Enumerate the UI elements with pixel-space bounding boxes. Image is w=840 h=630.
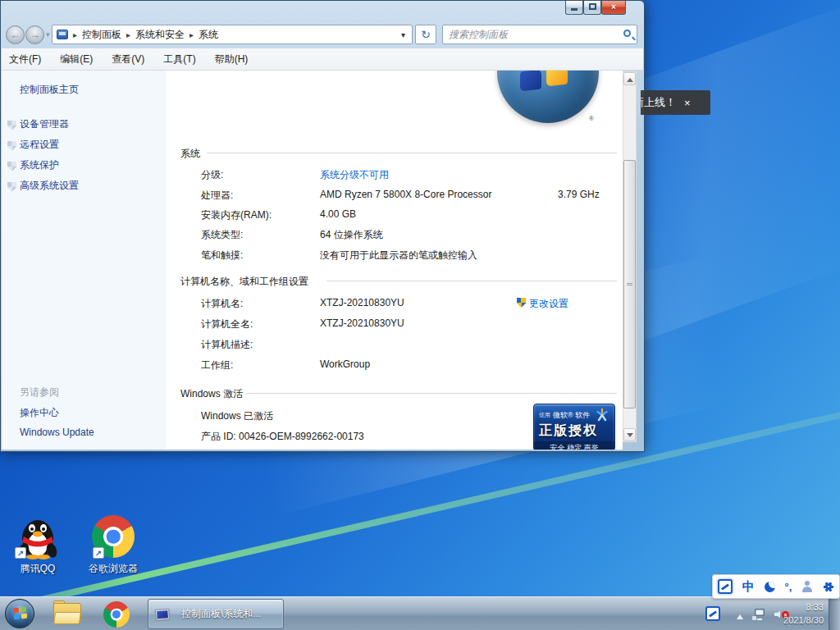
close-button[interactable]: × [601, 1, 626, 15]
shield-icon [7, 162, 16, 171]
refresh-icon: ↻ [421, 28, 431, 41]
menu-tools[interactable]: 工具(T) [156, 52, 207, 66]
menu-bar: 文件(F) 编辑(E) 查看(V) 工具(T) 帮助(H) [2, 48, 643, 71]
recent-pages-dropdown[interactable]: ▾ [46, 30, 50, 39]
menu-file[interactable]: 文件(F) [2, 52, 52, 66]
processor-value: AMD Ryzen 7 5800X 8-Core Processor [320, 189, 491, 200]
breadcrumb-item-control-panel[interactable]: 控制面板 [77, 28, 126, 42]
change-settings-link[interactable]: 更改设置 [529, 297, 568, 311]
desktop: W ▶ × ← → ▾ ▸ 控制面板 ▸ 系统和安全 ▸ 系统 ▾ ↻ 搜索控制… [0, 0, 840, 630]
uac-shield-icon [517, 298, 526, 308]
shortcut-arrow-icon: ↗ [15, 547, 26, 559]
minimize-button[interactable] [565, 1, 583, 15]
menu-view[interactable]: 查看(V) [104, 52, 156, 66]
back-icon: ← [10, 29, 21, 41]
start-button[interactable] [5, 599, 34, 628]
badge-title: 正版授权 [534, 422, 614, 440]
row-label-system-type: 系统类型: [201, 228, 243, 242]
sidebar-item-action-center[interactable]: 操作中心 [20, 406, 59, 420]
badge-pre: 使用 [539, 411, 550, 419]
search-icon [623, 30, 631, 37]
full-name-value: XTZJ-20210830YU [320, 317, 404, 329]
genuine-star-icon [595, 408, 609, 422]
activation-status: Windows 已激活 [201, 409, 273, 423]
computer-name-value: XTZJ-20210830YU [320, 297, 404, 308]
breadcrumb: ▸ 控制面板 ▸ 系统和安全 ▸ 系统 ▾ [52, 25, 413, 44]
see-also-header: 另请参阅 [20, 386, 59, 399]
system-content-pane: ® 系统 分级: 系统分级不可用 处理器: AMD Ryzen 7 5800X … [166, 71, 623, 450]
row-label-ram: 安装内存(RAM): [201, 208, 272, 222]
row-label-computer-name: 计算机名: [201, 297, 243, 311]
toast-text: 新上线！ [641, 95, 676, 110]
explorer-folder-icon [53, 603, 81, 624]
desktop-icon-label: 腾讯QQ [0, 562, 75, 576]
divider [207, 153, 617, 153]
genuine-software-badge[interactable]: 使用 微软® 软件 正版授权 安全 稳定 声誉 [533, 404, 615, 450]
divider [326, 281, 617, 281]
sidebar-item-system-protection[interactable]: 系统保护 [20, 158, 59, 172]
desktop-icon-qq[interactable]: ↗ 腾讯QQ [0, 512, 75, 576]
breadcrumb-item-system[interactable]: 系统 [194, 28, 223, 42]
language-bar: 中 °, [712, 574, 840, 599]
pen-touch-value: 没有可用于此显示器的笔或触控输入 [320, 249, 477, 262]
taskbar-clock[interactable]: 8:33 2021/8/30 [783, 600, 824, 627]
network-icon[interactable] [753, 609, 766, 620]
chrome-icon [103, 601, 130, 628]
minimize-icon [571, 8, 578, 11]
workgroup-value: WorkGroup [320, 358, 370, 370]
registered-mark: ® [589, 115, 594, 122]
search-input[interactable]: 搜索控制面板 [442, 25, 637, 44]
menu-edit[interactable]: 编辑(E) [52, 52, 104, 66]
row-label-processor: 处理器: [201, 189, 233, 203]
row-label-rating: 分级: [201, 168, 223, 182]
section-title-computer-name: 计算机名称、域和工作组设置 [180, 275, 308, 289]
ram-value: 4.00 GB [320, 208, 356, 220]
desktop-icon-chrome[interactable]: ↗ 谷歌浏览器 [75, 515, 151, 576]
sidebar-item-advanced-settings[interactable]: 高级系统设置 [20, 179, 79, 193]
tray-ime-icon[interactable] [705, 606, 720, 621]
clock-time: 8:33 [783, 600, 824, 614]
scroll-down-button[interactable] [623, 428, 636, 441]
row-label-description: 计算机描述: [201, 338, 253, 352]
show-hidden-icons-button[interactable] [737, 611, 743, 619]
rating-unavailable-link[interactable]: 系统分级不可用 [320, 168, 389, 182]
ime-logo-icon[interactable] [718, 579, 733, 594]
shortcut-arrow-icon: ↗ [93, 547, 104, 559]
shield-icon [7, 141, 16, 151]
sidebar-item-control-panel-home[interactable]: 控制面板主页 [20, 83, 79, 97]
back-button[interactable]: ← [6, 25, 25, 44]
shield-icon [7, 121, 16, 130]
taskbar-item-control-panel[interactable]: 控制面板\系统和... [148, 599, 284, 629]
taskbar-item-chrome[interactable] [97, 599, 136, 629]
processor-speed: 3.79 GHz [558, 189, 600, 200]
sidebar: 控制面板主页 设备管理器 远程设置 系统保护 高级系统设置 另请参阅 操作中心 … [2, 71, 166, 450]
product-id: 产品 ID: 00426-OEM-8992662-00173 [201, 430, 364, 444]
breadcrumb-item-system-security[interactable]: 系统和安全 [130, 28, 189, 42]
refresh-button[interactable]: ↻ [415, 25, 436, 44]
address-dropdown-icon[interactable]: ▾ [401, 30, 405, 39]
toast-notification[interactable]: 新上线！ × [641, 90, 710, 115]
ime-settings-icon[interactable] [823, 581, 834, 592]
menu-help[interactable]: 帮助(H) [208, 52, 260, 66]
show-desktop-button[interactable] [829, 597, 840, 630]
ime-chinese-mode-button[interactable]: 中 [742, 579, 755, 595]
scroll-up-button[interactable] [623, 72, 636, 85]
taskbar-item-explorer[interactable] [48, 599, 87, 629]
sidebar-item-device-manager[interactable]: 设备管理器 [20, 117, 69, 131]
forward-button[interactable]: → [25, 25, 44, 44]
punctuation-mode-button[interactable]: °, [785, 581, 792, 593]
account-icon[interactable] [801, 581, 813, 592]
system-properties-window: × ← → ▾ ▸ 控制面板 ▸ 系统和安全 ▸ 系统 ▾ ↻ 搜索控制面板 文… [0, 0, 645, 452]
taskbar: 控制面板\系统和... × 8:33 2021/8/30 [0, 596, 840, 630]
maximize-icon [589, 3, 596, 10]
close-icon: × [611, 2, 616, 11]
fullwidth-moon-icon[interactable] [765, 582, 775, 592]
row-label-workgroup: 工作组: [201, 358, 233, 372]
sidebar-item-windows-update[interactable]: Windows Update [20, 427, 94, 438]
sidebar-item-remote-settings[interactable]: 远程设置 [20, 138, 59, 152]
maximize-button[interactable] [583, 1, 601, 15]
scrollbar-thumb[interactable] [623, 160, 636, 409]
scrollbar-grip [627, 283, 632, 285]
vertical-scrollbar[interactable] [623, 71, 637, 442]
toast-close-icon[interactable]: × [684, 97, 691, 109]
